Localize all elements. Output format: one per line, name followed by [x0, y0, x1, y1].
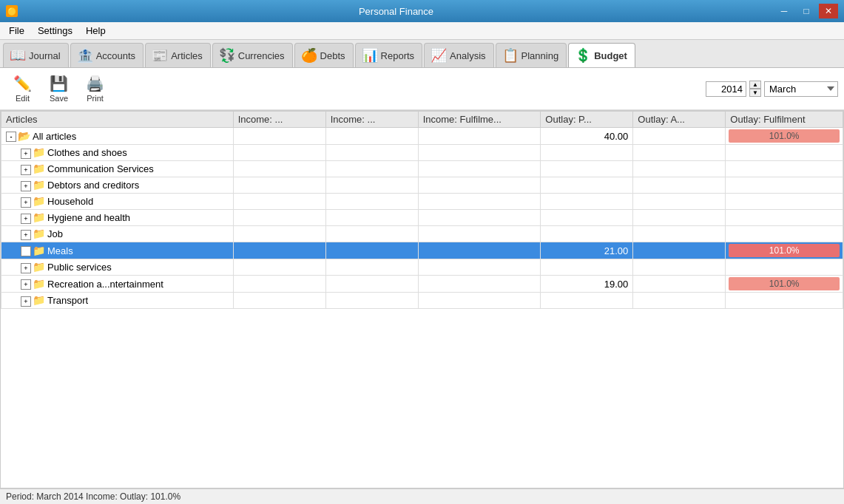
save-label: Save — [50, 94, 68, 103]
tab-articles[interactable]: 📰 Articles — [145, 43, 211, 67]
save-button[interactable]: 💾 Save — [42, 71, 75, 106]
cell-articles: +📁Meals — [1, 242, 234, 259]
tab-debts[interactable]: 🍊 Debts — [294, 43, 354, 67]
menu-file[interactable]: File — [3, 24, 30, 38]
period-selector: ▲ ▼ January February March April May Jun… — [706, 81, 838, 97]
cell-outlay2 — [633, 259, 726, 276]
window-controls: ─ □ ✕ — [774, 4, 838, 18]
cell-income2 — [325, 276, 418, 293]
cell-outlay1: 21.00 — [541, 242, 633, 259]
folder-icon: 📁 — [33, 146, 45, 158]
col-header-outlay3: Outlay: Fulfilment — [726, 112, 843, 128]
table-row[interactable]: +📁Public services — [1, 259, 843, 276]
collapse-button[interactable]: - — [6, 132, 16, 142]
col-header-outlay1: Outlay: P... — [541, 112, 633, 128]
close-button[interactable]: ✕ — [819, 4, 838, 18]
menu-help[interactable]: Help — [80, 24, 112, 38]
table-row[interactable]: +📁Debtors and creditors — [1, 177, 843, 194]
cell-outlay2 — [633, 210, 726, 226]
tab-analysis[interactable]: 📈 Analysis — [424, 43, 493, 67]
expand-button[interactable]: + — [21, 149, 31, 159]
cell-income2 — [325, 194, 418, 210]
cell-outlay2 — [633, 276, 726, 293]
folder-icon: 📂 — [18, 130, 30, 142]
tab-planning[interactable]: 📋 Planning — [496, 43, 567, 67]
edit-button[interactable]: ✏️ Edit — [6, 71, 39, 106]
year-down-button[interactable]: ▼ — [749, 89, 761, 97]
expand-button[interactable]: + — [21, 263, 31, 273]
cell-income2 — [325, 293, 418, 309]
cell-outlay1 — [541, 177, 633, 194]
minimize-button[interactable]: ─ — [774, 4, 794, 18]
print-label: Print — [87, 94, 104, 103]
cell-income3 — [418, 276, 541, 293]
article-label: Job — [47, 228, 63, 239]
table-row[interactable]: +📁Job — [1, 226, 843, 242]
expand-button[interactable]: + — [21, 279, 31, 290]
year-up-button[interactable]: ▲ — [749, 81, 761, 89]
table-row[interactable]: +📁Clothes and shoes — [1, 145, 843, 161]
tab-debts-label: Debts — [320, 50, 345, 61]
title-bar: 🟡 Personal Finance ─ □ ✕ — [0, 0, 844, 22]
tab-analysis-label: Analysis — [450, 50, 485, 61]
cell-articles: +📁Job — [1, 226, 234, 242]
cell-outlay2 — [633, 194, 726, 210]
tab-planning-label: Planning — [521, 50, 559, 61]
table-row[interactable]: +📁Meals21.00 101.0% — [1, 242, 843, 259]
table-row[interactable]: +📁Hygiene and health — [1, 210, 843, 226]
month-select[interactable]: January February March April May June Ju… — [764, 81, 838, 97]
expand-button[interactable]: + — [21, 214, 31, 224]
expand-button[interactable]: + — [21, 165, 31, 175]
app-window: 🟡 Personal Finance ─ □ ✕ File Settings H… — [0, 0, 844, 504]
tab-currencies[interactable]: 💱 Currencies — [212, 43, 293, 67]
tab-budget[interactable]: 💲 Budget — [568, 43, 635, 67]
expand-button[interactable]: + — [21, 296, 31, 307]
status-bar: Period: March 2014 Income: Outlay: 101.0… — [0, 488, 844, 504]
tab-journal-label: Journal — [29, 50, 61, 61]
cell-outlay3: 101.0% — [726, 276, 843, 293]
table-row[interactable]: +📁Household — [1, 194, 843, 210]
expand-button[interactable]: + — [21, 197, 31, 208]
tab-journal[interactable]: 📖 Journal — [3, 43, 69, 67]
cell-income1 — [233, 194, 325, 210]
cell-articles: +📁Clothes and shoes — [1, 145, 234, 161]
cell-income1 — [233, 145, 325, 161]
col-header-income2: Income: ... — [325, 112, 418, 128]
expand-button[interactable]: + — [21, 181, 31, 191]
folder-icon: 📁 — [33, 211, 45, 223]
cell-articles: +📁Household — [1, 194, 234, 210]
tab-accounts[interactable]: 🏦 Accounts — [70, 43, 144, 67]
folder-icon: 📁 — [33, 163, 45, 174]
restore-button[interactable]: □ — [797, 4, 816, 18]
table-row[interactable]: -📂All articles40.00 101.0% — [1, 128, 843, 145]
col-header-articles: Articles — [1, 112, 234, 128]
cell-outlay3 — [726, 161, 843, 177]
cell-outlay1 — [541, 161, 633, 177]
cell-income3 — [418, 177, 541, 194]
table-header: Articles Income: ... Income: ... Income:… — [1, 112, 843, 128]
cell-income1 — [233, 226, 325, 242]
year-input[interactable] — [706, 81, 746, 97]
table-row[interactable]: +📁Transport — [1, 293, 843, 309]
tab-reports[interactable]: 📊 Reports — [355, 43, 423, 67]
print-button[interactable]: 🖨️ Print — [78, 71, 112, 106]
progress-bar: 101.0% — [729, 129, 840, 143]
currencies-icon: 💱 — [219, 47, 235, 64]
cell-articles: +📁Debtors and creditors — [1, 177, 234, 194]
budget-icon: 💲 — [575, 47, 591, 64]
cell-income3 — [418, 128, 541, 145]
cell-outlay3 — [726, 293, 843, 309]
menu-settings[interactable]: Settings — [32, 24, 78, 38]
table-row[interactable]: +📁Recreation a...ntertainment19.00 101.0… — [1, 276, 843, 293]
table-row[interactable]: +📁Communication Services — [1, 161, 843, 177]
expand-button[interactable]: + — [21, 246, 31, 256]
cell-articles: +📁Public services — [1, 259, 234, 276]
expand-button[interactable]: + — [21, 230, 31, 240]
article-label: Hygiene and health — [47, 212, 130, 223]
article-label: Clothes and shoes — [47, 147, 127, 158]
cell-income2 — [325, 177, 418, 194]
cell-income3 — [418, 226, 541, 242]
cell-income1 — [233, 293, 325, 309]
status-text: Period: March 2014 Income: Outlay: 101.0… — [6, 491, 180, 502]
cell-income3 — [418, 194, 541, 210]
